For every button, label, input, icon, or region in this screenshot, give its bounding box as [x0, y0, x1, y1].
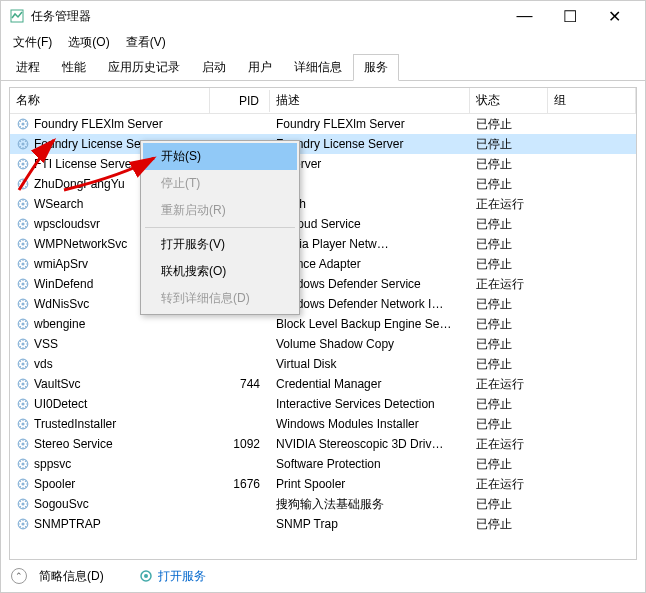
cell-desc: Windows Defender Service: [270, 275, 470, 293]
cell-desc: e Cloud Service: [270, 215, 470, 233]
cell-status: 正在运行: [470, 194, 548, 215]
cell-desc: Virtual Disk: [270, 355, 470, 373]
table-row[interactable]: WinDefend2056Windows Defender Service正在运…: [10, 274, 636, 294]
cell-status: 已停止: [470, 254, 548, 275]
maximize-button[interactable]: ☐: [547, 1, 592, 31]
cell-desc: Credential Manager: [270, 375, 470, 393]
tab-users[interactable]: 用户: [237, 54, 283, 80]
cell-desc: Foundry FLEXlm Server: [270, 115, 470, 133]
tab-startup[interactable]: 启动: [191, 54, 237, 80]
table-row[interactable]: wpscloudsvre Cloud Service已停止: [10, 214, 636, 234]
table-row[interactable]: VSSVolume Shadow Copy已停止: [10, 334, 636, 354]
menu-options[interactable]: 选项(O): [60, 32, 117, 53]
svg-point-6: [21, 162, 24, 165]
cell-pid: [210, 522, 270, 526]
tab-details[interactable]: 详细信息: [283, 54, 353, 80]
cell-group: [548, 222, 636, 226]
cell-desc: Print Spooler: [270, 475, 470, 493]
cell-group: [548, 182, 636, 186]
svg-point-38: [21, 482, 24, 485]
context-menu-item[interactable]: 联机搜索(O): [143, 258, 297, 285]
cell-status: 已停止: [470, 114, 548, 135]
cell-desc: Windows Defender Network I…: [270, 295, 470, 313]
context-menu-item[interactable]: 开始(S): [143, 143, 297, 170]
table-row[interactable]: sppsvcSoftware Protection已停止: [10, 454, 636, 474]
table-row[interactable]: Foundry License ServerFoundry License Se…: [10, 134, 636, 154]
menu-view[interactable]: 查看(V): [118, 32, 174, 53]
table-row[interactable]: SogouSvc搜狗输入法基础服务已停止: [10, 494, 636, 514]
cell-desc: Media Player Netw…: [270, 235, 470, 253]
chevron-up-icon[interactable]: ⌃: [11, 568, 27, 584]
tab-performance[interactable]: 性能: [51, 54, 97, 80]
cell-name: VaultSvc: [10, 375, 210, 393]
cell-desc: Interactive Services Detection: [270, 395, 470, 413]
gear-icon: [138, 568, 154, 584]
cell-group: [548, 122, 636, 126]
cell-status: 已停止: [470, 134, 548, 155]
table-row[interactable]: WSearchearch正在运行: [10, 194, 636, 214]
svg-point-22: [21, 322, 24, 325]
cell-status: 正在运行: [470, 274, 548, 295]
cell-desc: Volume Shadow Copy: [270, 335, 470, 353]
cell-pid: [210, 402, 270, 406]
column-group[interactable]: 组: [548, 88, 636, 113]
cell-group: [548, 502, 636, 506]
cell-group: [548, 322, 636, 326]
table-row[interactable]: vdsVirtual Disk已停止: [10, 354, 636, 374]
table-row[interactable]: TrustedInstallerWindows Modules Installe…: [10, 414, 636, 434]
services-table: 名称 PID 描述 状态 组 Foundry FLEXlm ServerFoun…: [9, 87, 637, 560]
cell-desc: Windows Modules Installer: [270, 415, 470, 433]
table-row[interactable]: WdNisSvcWindows Defender Network I…已停止: [10, 294, 636, 314]
svg-point-10: [21, 202, 24, 205]
column-desc[interactable]: 描述: [270, 88, 470, 113]
cell-status: 已停止: [470, 514, 548, 535]
svg-point-36: [21, 462, 24, 465]
close-button[interactable]: ✕: [592, 1, 637, 31]
cell-group: [548, 302, 636, 306]
svg-point-26: [21, 362, 24, 365]
context-menu-item: 转到详细信息(D): [143, 285, 297, 312]
cell-group: [548, 242, 636, 246]
cell-status: 正在运行: [470, 474, 548, 495]
svg-point-30: [21, 402, 24, 405]
table-row[interactable]: wmiApSrvrmance Adapter已停止: [10, 254, 636, 274]
table-row[interactable]: Spooler1676Print Spooler正在运行: [10, 474, 636, 494]
cell-pid: [210, 122, 270, 126]
context-menu-item[interactable]: 打开服务(V): [143, 231, 297, 258]
cell-group: [548, 402, 636, 406]
cell-status: 已停止: [470, 354, 548, 375]
table-row[interactable]: Stereo Service1092NVIDIA Stereoscopic 3D…: [10, 434, 636, 454]
column-status[interactable]: 状态: [470, 88, 548, 113]
table-row[interactable]: SNMPTRAPSNMP Trap已停止: [10, 514, 636, 534]
cell-group: [548, 202, 636, 206]
table-row[interactable]: wbengineBlock Level Backup Engine Se…已停止: [10, 314, 636, 334]
svg-point-24: [21, 342, 24, 345]
cell-pid: [210, 462, 270, 466]
table-row[interactable]: Foundry FLEXlm ServerFoundry FLEXlm Serv…: [10, 114, 636, 134]
tab-app-history[interactable]: 应用历史记录: [97, 54, 191, 80]
svg-point-18: [21, 282, 24, 285]
statusbar: ⌃ 简略信息(D) 打开服务: [1, 560, 645, 592]
table-body[interactable]: Foundry FLEXlm ServerFoundry FLEXlm Serv…: [10, 114, 636, 559]
table-row[interactable]: WMPNetworkSvcMedia Player Netw…已停止: [10, 234, 636, 254]
fewer-details-link[interactable]: 简略信息(D): [39, 568, 104, 585]
cell-desc: 搜狗输入法基础服务: [270, 494, 470, 515]
column-name[interactable]: 名称: [10, 88, 210, 113]
table-row[interactable]: VaultSvc744Credential Manager正在运行: [10, 374, 636, 394]
table-row[interactable]: FTI License Servee Server已停止: [10, 154, 636, 174]
tab-processes[interactable]: 进程: [5, 54, 51, 80]
column-pid[interactable]: PID: [210, 90, 270, 112]
open-services-link[interactable]: 打开服务: [158, 568, 206, 585]
table-row[interactable]: UI0DetectInteractive Services Detection已…: [10, 394, 636, 414]
svg-point-16: [21, 262, 24, 265]
cell-group: [548, 422, 636, 426]
cell-status: 正在运行: [470, 434, 548, 455]
menu-file[interactable]: 文件(F): [5, 32, 60, 53]
cell-status: 已停止: [470, 494, 548, 515]
cell-name: sppsvc: [10, 455, 210, 473]
cell-name: vds: [10, 355, 210, 373]
cell-pid: [210, 422, 270, 426]
minimize-button[interactable]: —: [502, 1, 547, 31]
table-row[interactable]: ZhuDongFangYu已停止: [10, 174, 636, 194]
tab-services[interactable]: 服务: [353, 54, 399, 81]
